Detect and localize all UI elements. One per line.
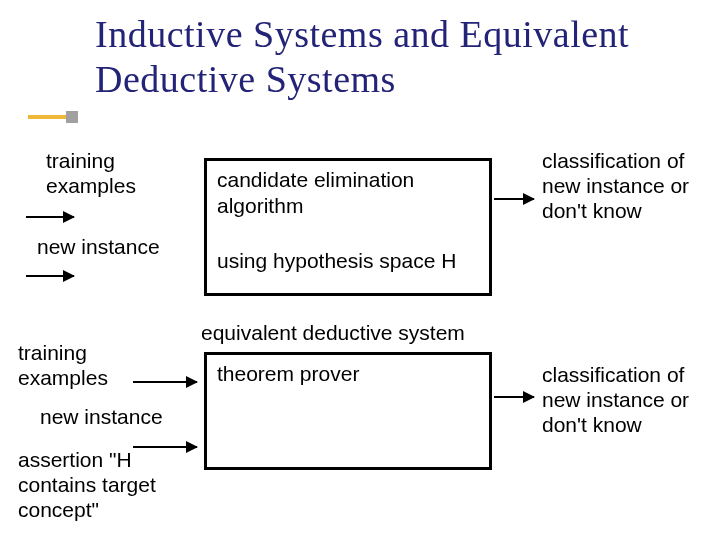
bottom-box: theorem prover bbox=[204, 352, 492, 470]
top-input-training: training examples bbox=[46, 148, 176, 198]
equivalent-label: equivalent deductive system bbox=[201, 320, 511, 345]
bottom-output: classification of new instance or don't … bbox=[542, 362, 720, 438]
arrow-output-bottom bbox=[494, 396, 534, 398]
bottom-input-training: training examples bbox=[18, 340, 148, 390]
top-box-line1: candidate elimination algorithm bbox=[217, 167, 479, 220]
bottom-input-new-instance: new instance bbox=[40, 404, 200, 429]
top-box: candidate elimination algorithm using hy… bbox=[204, 158, 492, 296]
top-input-new-instance: new instance bbox=[37, 234, 197, 259]
slide-title: Inductive Systems and Equivalent Deducti… bbox=[95, 12, 695, 102]
top-output: classification of new instance or don't … bbox=[542, 148, 720, 224]
accent-decoration bbox=[28, 108, 78, 126]
arrow-instance-top bbox=[26, 275, 74, 277]
top-box-line2: using hypothesis space H bbox=[217, 248, 479, 274]
arrow-training-top bbox=[26, 216, 74, 218]
bottom-box-label: theorem prover bbox=[217, 361, 479, 387]
arrow-output-top bbox=[494, 198, 534, 200]
arrow-training-bottom bbox=[133, 381, 197, 383]
bottom-input-assertion: assertion "H contains target concept" bbox=[18, 447, 178, 523]
